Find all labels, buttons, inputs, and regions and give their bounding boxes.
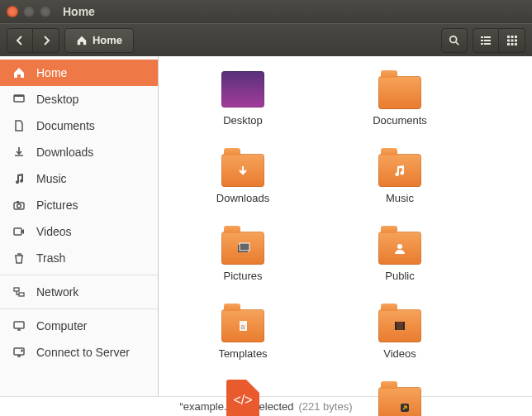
desktop-icon [12, 92, 26, 107]
sidebar-item-computer[interactable]: Computer [0, 313, 158, 339]
sidebar-item-label: Connect to Server [36, 346, 130, 359]
folder-public-icon [377, 223, 423, 266]
toolbar: Home [0, 23, 532, 56]
window-close-button[interactable] [7, 6, 18, 17]
svg-rect-16 [515, 43, 517, 45]
document-icon [12, 118, 26, 133]
svg-rect-9 [511, 36, 513, 38]
file-item[interactable]: Videos [325, 301, 474, 379]
folder-download-icon [220, 146, 266, 189]
svg-text:a: a [240, 323, 245, 331]
view-list-button[interactable] [473, 28, 499, 53]
folder-videos-icon [377, 301, 423, 344]
sidebar-item-desktop[interactable]: Desktop [0, 86, 158, 112]
svg-rect-33 [395, 322, 397, 330]
server-icon [12, 345, 26, 360]
file-label: Documents [373, 114, 427, 127]
svg-rect-6 [481, 43, 483, 45]
sidebar-item-documents[interactable]: Documents [0, 112, 158, 139]
file-item[interactable]: Documents [325, 68, 474, 146]
svg-rect-14 [507, 43, 510, 45]
titlebar: Home [0, 0, 532, 23]
sidebar-item-label: Computer [36, 319, 87, 332]
file-label: Desktop [223, 114, 263, 127]
folder-music-icon [377, 146, 423, 189]
sidebar: HomeDesktopDocumentsDownloadsMusicPictur… [0, 56, 159, 396]
sidebar-separator [0, 275, 158, 275]
video-icon [12, 224, 26, 239]
file-label: Downloads [216, 192, 269, 204]
svg-point-29 [397, 244, 402, 249]
file-item[interactable]: Desktop [169, 68, 317, 146]
svg-rect-8 [507, 36, 510, 38]
window-minimize-button[interactable] [23, 6, 35, 17]
sidebar-item-label: Videos [36, 225, 72, 238]
sidebar-item-label: Trash [36, 251, 65, 265]
svg-rect-28 [240, 243, 249, 251]
window-maximize-button[interactable] [40, 6, 51, 17]
svg-rect-5 [484, 40, 491, 41]
htmlfile-icon: </> [220, 379, 266, 416]
sidebar-item-connect-to-server[interactable]: Connect to Server [0, 339, 158, 366]
svg-rect-18 [14, 95, 24, 97]
breadcrumb-home[interactable]: Home [64, 28, 134, 53]
file-label: Templates [218, 347, 267, 360]
file-item[interactable]: Public [325, 223, 474, 301]
sidebar-separator [0, 308, 158, 309]
sidebar-item-label: Music [36, 172, 67, 185]
svg-rect-26 [14, 348, 24, 355]
sidebar-item-downloads[interactable]: Downloads [0, 139, 158, 165]
file-label: Music [386, 192, 414, 204]
svg-rect-11 [507, 39, 510, 41]
view-grid-button[interactable] [499, 28, 525, 53]
svg-point-0 [450, 36, 457, 42]
sidebar-item-label: Pictures [36, 198, 78, 212]
breadcrumb-label: Home [93, 34, 122, 46]
svg-rect-7 [484, 43, 491, 45]
back-button[interactable] [7, 28, 33, 53]
svg-point-20 [17, 204, 21, 208]
svg-rect-23 [14, 288, 19, 291]
svg-rect-15 [511, 43, 513, 45]
sidebar-item-videos[interactable]: Videos [0, 218, 158, 245]
file-label: Videos [383, 347, 416, 360]
home-icon [12, 65, 26, 80]
download-icon [12, 145, 26, 160]
sidebar-item-music[interactable]: Music [0, 165, 158, 192]
file-item[interactable]: aTemplates [169, 301, 317, 379]
sidebar-item-label: Desktop [36, 93, 78, 106]
svg-rect-13 [515, 39, 517, 41]
svg-rect-25 [14, 322, 24, 328]
folder-pictures-icon [220, 223, 266, 266]
folder-icon [377, 68, 423, 111]
status-meta: (221 bytes) [298, 400, 352, 413]
search-button[interactable] [441, 28, 468, 53]
computer-icon [12, 318, 26, 333]
svg-rect-10 [515, 36, 517, 38]
file-label: Public [385, 270, 414, 282]
sidebar-item-label: Downloads [36, 146, 93, 159]
file-item[interactable]: Downloads [169, 146, 317, 223]
file-item[interactable]: Pictures [169, 223, 317, 301]
sidebar-item-home[interactable]: Home [0, 60, 158, 86]
sidebar-item-label: Home [36, 66, 67, 79]
trash-icon [12, 251, 26, 265]
content-area: HomeDesktopDocumentsDownloadsMusicPictur… [0, 56, 532, 396]
sidebar-item-pictures[interactable]: Pictures [0, 192, 158, 218]
file-grid[interactable]: DesktopDocumentsDownloadsMusicPicturesPu… [159, 56, 532, 396]
svg-rect-22 [14, 228, 21, 235]
sidebar-item-label: Network [36, 285, 78, 299]
camera-icon [12, 198, 26, 213]
forward-button[interactable] [33, 28, 59, 53]
network-icon [12, 285, 26, 299]
svg-line-1 [456, 41, 459, 45]
sidebar-item-network[interactable]: Network [0, 279, 158, 305]
music-icon [12, 171, 26, 186]
sidebar-item-trash[interactable]: Trash [0, 245, 158, 271]
wallpaper-icon [220, 68, 266, 111]
svg-rect-34 [403, 322, 405, 330]
folder-link-icon [377, 379, 423, 416]
folder-templates-icon: a [220, 301, 266, 344]
sidebar-item-label: Documents [36, 119, 95, 132]
file-item[interactable]: Music [325, 146, 474, 223]
